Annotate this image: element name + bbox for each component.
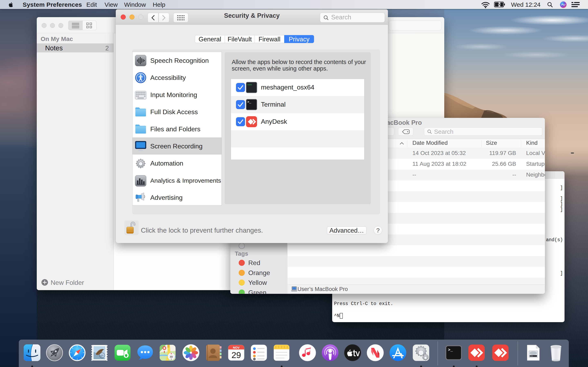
svg-text:NOV: NOV — [233, 346, 240, 349]
svg-text:>_: >_ — [448, 348, 453, 352]
svg-text:3D: 3D — [170, 355, 173, 358]
svg-text:exec: exec — [247, 83, 252, 86]
svg-text:>_: >_ — [247, 100, 251, 104]
svg-text:29: 29 — [232, 350, 241, 360]
